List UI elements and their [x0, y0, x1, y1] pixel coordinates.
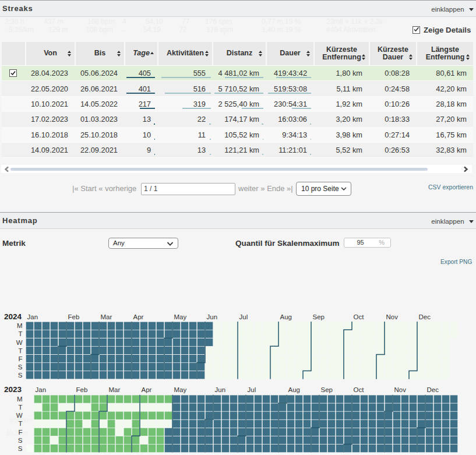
svg-text:Jan: Jan [27, 313, 38, 320]
svg-text:Aug: Aug [280, 313, 292, 320]
svg-text:Oct: Oct [354, 313, 365, 320]
svg-text:Dec: Dec [419, 313, 431, 320]
svg-text:T: T [18, 347, 22, 354]
svg-text:Feb: Feb [76, 386, 88, 393]
svg-text:Sep: Sep [313, 313, 325, 320]
svg-text:Jul: Jul [239, 313, 248, 320]
svg-text:2023: 2023 [4, 385, 22, 394]
svg-text:T: T [18, 330, 22, 337]
svg-text:T: T [18, 420, 22, 427]
svg-text:W: W [16, 412, 23, 419]
svg-text:Mar: Mar [109, 386, 121, 393]
svg-text:Oct: Oct [354, 386, 365, 393]
svg-text:Dec: Dec [427, 386, 439, 393]
svg-text:W: W [16, 339, 23, 346]
svg-text:Apr: Apr [142, 386, 152, 393]
svg-text:S: S [18, 364, 23, 371]
svg-text:Nov: Nov [394, 386, 407, 393]
svg-text:Sep: Sep [321, 386, 333, 393]
svg-text:S: S [18, 445, 23, 452]
svg-text:Aug: Aug [288, 386, 300, 393]
svg-text:F: F [18, 429, 22, 436]
svg-text:Jun: Jun [215, 386, 226, 393]
svg-text:S: S [18, 437, 23, 444]
svg-text:F: F [18, 355, 22, 362]
svg-text:Feb: Feb [68, 313, 80, 320]
svg-text:May: May [174, 313, 187, 320]
svg-text:M: M [17, 322, 23, 329]
svg-text:Apr: Apr [133, 313, 144, 320]
svg-text:2024: 2024 [4, 312, 22, 321]
svg-text:Mar: Mar [101, 313, 112, 320]
svg-text:Jun: Jun [207, 313, 218, 320]
svg-text:Jan: Jan [36, 386, 47, 393]
svg-text:T: T [18, 404, 22, 411]
svg-text:Nov: Nov [386, 313, 399, 320]
svg-text:S: S [18, 372, 23, 379]
svg-text:M: M [17, 396, 23, 403]
svg-text:Jul: Jul [248, 386, 256, 393]
svg-text:May: May [174, 386, 187, 393]
